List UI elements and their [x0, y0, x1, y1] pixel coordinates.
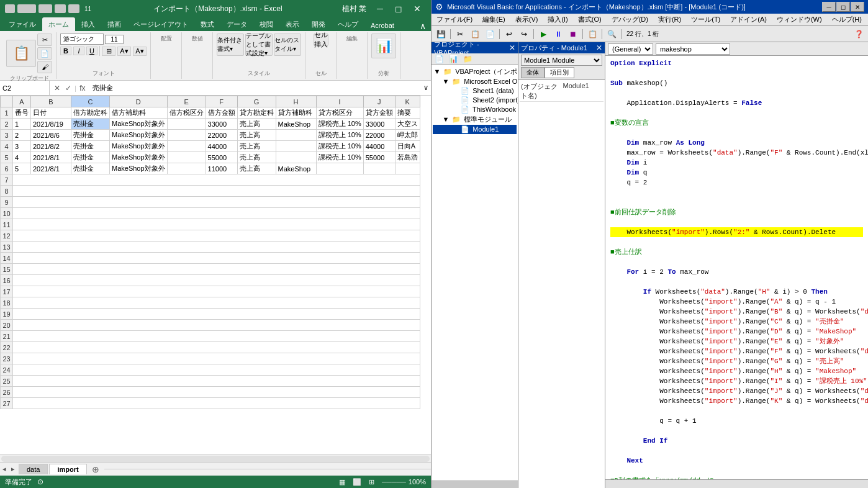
tab-help[interactable]: ヘルプ — [332, 17, 364, 31]
vba-restore-btn[interactable]: ◻ — [836, 2, 850, 12]
cell-k2[interactable]: 大空ス — [395, 119, 420, 130]
cell-d3[interactable]: MakeShop対象外 — [110, 130, 168, 141]
view-layout[interactable]: ⬜ — [353, 478, 361, 486]
menu-edit[interactable]: 編集(E) — [477, 14, 510, 25]
vba-close-btn[interactable]: ✕ — [851, 2, 864, 12]
data-analysis-button[interactable]: 📊 — [371, 34, 396, 58]
cell-c3[interactable]: 売掛金 — [71, 130, 110, 141]
cell-h2[interactable]: MakeShop — [276, 119, 316, 130]
restore-button[interactable]: ◻ — [390, 2, 407, 16]
menu-file[interactable]: ファイル(F) — [432, 14, 477, 25]
menu-debug[interactable]: デバッグ(D) — [607, 14, 653, 25]
code-editor[interactable]: Option Explicit Sub makeshop() Applicati… — [605, 56, 868, 479]
cell-j6[interactable] — [363, 163, 395, 174]
tb-break[interactable]: ⏸ — [551, 28, 565, 40]
cell-b4[interactable]: 2021/8/2 — [31, 141, 71, 152]
add-sheet-button[interactable]: ⊕ — [87, 464, 104, 474]
font-name-select[interactable]: 游ゴシック — [60, 34, 104, 45]
underline-button[interactable]: U — [86, 47, 97, 55]
font-size[interactable]: 11 — [84, 6, 91, 12]
cell-g5[interactable]: 売上高 — [237, 152, 276, 163]
cell-e4[interactable] — [167, 141, 206, 152]
col-header-a[interactable]: A — [13, 96, 31, 107]
tab-view[interactable]: 表示 — [279, 17, 305, 31]
minimize-button[interactable]: ─ — [371, 2, 389, 16]
view-object-btn[interactable]: 📊 — [447, 54, 460, 64]
cell-a1[interactable]: 番号 — [13, 107, 31, 119]
sheet-tab-import[interactable]: import — [49, 464, 86, 474]
tab-draw[interactable]: 描画 — [101, 17, 127, 31]
insert-cell-button[interactable]: セル挿入 — [314, 34, 328, 46]
formula-input[interactable]: 売掛金 — [90, 83, 421, 93]
h-scrollbar[interactable] — [0, 454, 431, 462]
cell-f6[interactable]: 11000 — [206, 163, 237, 174]
cell-a2[interactable]: 1 — [13, 119, 31, 130]
cell-a4[interactable]: 3 — [13, 141, 31, 152]
view-normal[interactable]: ▦ — [339, 478, 345, 486]
tab-formula[interactable]: 数式 — [194, 17, 220, 31]
cell-c4[interactable]: 売掛金 — [71, 141, 110, 152]
procedure-select[interactable]: makeshop — [656, 43, 730, 55]
cell-g1[interactable]: 貸方勘定科 — [237, 107, 276, 119]
menu-help[interactable]: ヘルプ(H) — [827, 14, 867, 25]
menu-view[interactable]: 表示(V) — [510, 14, 543, 25]
italic-button[interactable]: I — [73, 47, 84, 55]
cell-j1[interactable]: 貸方金額 — [363, 107, 395, 119]
tree-modules-folder[interactable]: ▼ 📁 標準モジュール — [433, 114, 517, 125]
cell-d5[interactable]: MakeShop対象外 — [110, 152, 168, 163]
tab-home[interactable]: ホーム — [42, 17, 75, 31]
ribbon-toggle[interactable]: ∧ — [420, 21, 428, 31]
cell-style-button[interactable]: セルのスタイル▾ — [274, 34, 301, 56]
menu-insert[interactable]: 挿入(I) — [543, 14, 572, 25]
cell-j3[interactable]: 22000 — [363, 130, 395, 141]
toggle-folders-btn[interactable]: 📁 — [461, 54, 474, 64]
properties-close-btn[interactable]: ✕ — [596, 43, 602, 52]
col-header-c[interactable]: C — [71, 96, 110, 107]
tab-layout[interactable]: ページレイアウト — [127, 17, 194, 31]
close-button[interactable]: ✕ — [409, 2, 426, 16]
fill-color-button[interactable]: A▾ — [117, 47, 131, 56]
cell-c1[interactable]: 借方勘定科 — [71, 107, 110, 119]
cell-h4[interactable] — [276, 141, 316, 152]
formula-expand-btn[interactable]: ∨ — [421, 84, 431, 92]
col-header-e[interactable]: E — [167, 96, 206, 107]
menu-window[interactable]: ウィンドウ(W) — [772, 14, 827, 25]
confirm-formula-btn[interactable]: ✓ — [63, 84, 73, 93]
tree-excel-objects[interactable]: ▼ 📁 Microsoft Excel Obj — [433, 77, 517, 86]
copy-button[interactable]: 📄 — [37, 47, 52, 60]
vba-minimize-btn[interactable]: ─ — [822, 2, 836, 12]
tree-thisworkbook[interactable]: 📄 ThisWorkbook — [433, 105, 517, 114]
col-header-i[interactable]: I — [316, 96, 363, 107]
bold-button[interactable]: B — [60, 47, 71, 55]
view-code-btn[interactable]: 📄 — [433, 54, 446, 64]
cell-k1[interactable]: 摘要 — [395, 107, 420, 119]
paste-button[interactable]: 📋 — [6, 40, 36, 67]
cell-b5[interactable]: 2021/8/1 — [31, 152, 71, 163]
cell-a3[interactable]: 2 — [13, 130, 31, 141]
cell-k3[interactable]: 岬太郎 — [395, 130, 420, 141]
col-header-h[interactable]: H — [276, 96, 316, 107]
border-button[interactable]: ⊞ — [102, 47, 115, 56]
cell-b2[interactable]: 2021/8/19 — [31, 119, 71, 130]
cell-k5[interactable]: 若島浩 — [395, 152, 420, 163]
format-painter-button[interactable]: 🖌 — [37, 61, 52, 73]
menu-format[interactable]: 書式(O) — [573, 14, 607, 25]
tb-userform[interactable]: 📋 — [585, 28, 599, 40]
view-page[interactable]: ⊞ — [369, 478, 374, 486]
col-header-g[interactable]: G — [237, 96, 276, 107]
cell-i2[interactable]: 課税売上 10% — [316, 119, 363, 130]
col-header-k[interactable]: K — [395, 96, 420, 107]
col-header-b[interactable]: B — [31, 96, 71, 107]
cell-d4[interactable]: MakeShop対象外 — [110, 141, 168, 152]
cell-e5[interactable] — [167, 152, 206, 163]
cut-button[interactable]: ✂ — [37, 34, 52, 46]
tree-vbaproject[interactable]: ▼ 📁 VBAProject（インポー — [433, 66, 517, 77]
sheet-nav-left[interactable]: ◂ — [0, 465, 9, 473]
project-close-btn[interactable]: ✕ — [509, 43, 515, 52]
tab-review[interactable]: 校閲 — [253, 17, 279, 31]
col-header-j[interactable]: J — [363, 96, 395, 107]
col-header-f[interactable]: F — [206, 96, 237, 107]
cell-g4[interactable]: 売上高 — [237, 141, 276, 152]
tb-search[interactable]: 🔍 — [605, 28, 618, 40]
cell-e1[interactable]: 借方税区分 — [167, 107, 206, 119]
